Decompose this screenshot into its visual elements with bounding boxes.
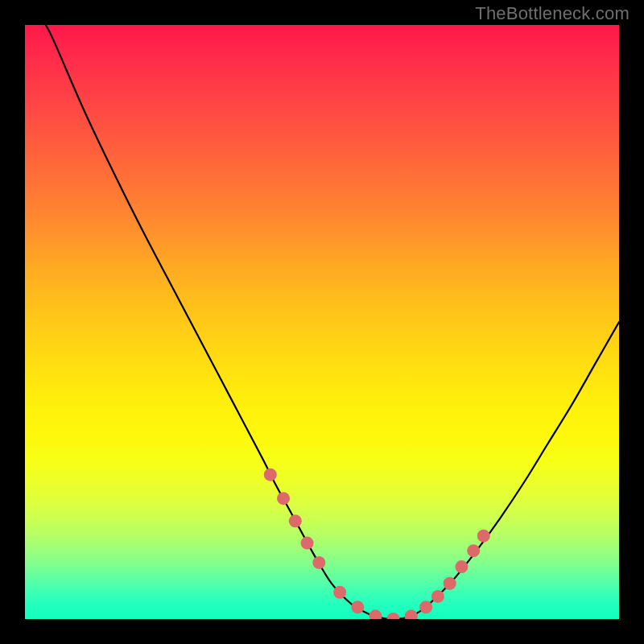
marker-dot	[419, 601, 432, 613]
watermark-text: TheBottleneck.com	[475, 3, 630, 24]
curve-line	[46, 25, 619, 619]
chart-svg	[25, 25, 619, 619]
marker-dot	[289, 514, 302, 527]
chart-stage: TheBottleneck.com	[0, 0, 644, 644]
marker-dot	[405, 609, 418, 619]
marker-dot	[351, 601, 364, 613]
marker-dot	[312, 556, 325, 569]
marker-dot	[369, 609, 382, 619]
marker-dot	[455, 560, 468, 573]
marker-dot	[333, 586, 346, 599]
marker-dot	[477, 530, 490, 543]
marker-dot	[301, 537, 314, 550]
marker-dot	[467, 544, 480, 557]
marker-dots	[264, 469, 490, 619]
plot-area	[25, 25, 619, 619]
marker-dot	[431, 590, 444, 603]
marker-dot	[277, 492, 290, 505]
marker-dot	[387, 613, 400, 619]
marker-dot	[264, 469, 277, 481]
marker-dot	[444, 577, 456, 590]
